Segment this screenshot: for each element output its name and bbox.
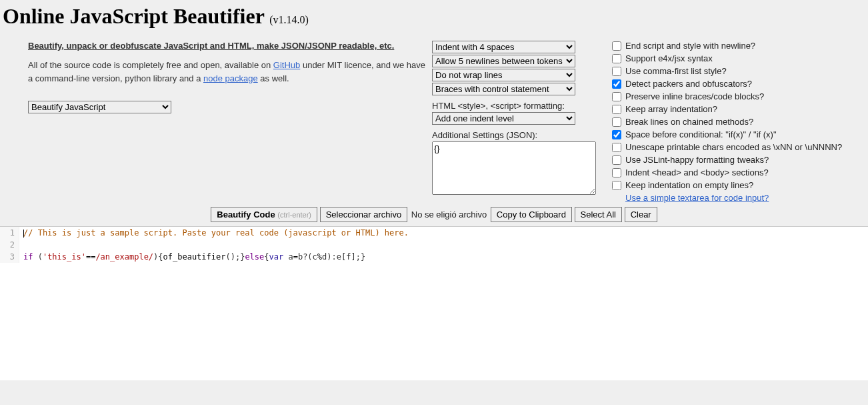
checkbox-label: Unescape printable chars encoded as \xNN… bbox=[625, 142, 842, 152]
checkbox-option[interactable]: End script and style with newline? bbox=[612, 41, 863, 51]
intro-column: Beautify, unpack or deobfuscate JavaScri… bbox=[5, 41, 432, 115]
checkbox[interactable] bbox=[612, 155, 621, 165]
braces-select[interactable]: Braces with control statement bbox=[432, 83, 575, 95]
checkbox[interactable] bbox=[612, 117, 621, 127]
file-select-button[interactable]: Seleccionar archivo bbox=[320, 207, 407, 222]
line-number: 2 bbox=[0, 239, 19, 251]
checkbox-option[interactable]: Indent <head> and <body> sections? bbox=[612, 167, 863, 177]
checkbox[interactable] bbox=[612, 143, 621, 152]
checkbox-option[interactable]: Space before conditional: "if(x)" / "if … bbox=[612, 129, 863, 139]
html-format-label: HTML <style>, <script> formatting: bbox=[432, 101, 605, 111]
button-bar: Beautify Code (ctrl-enter) Seleccionar a… bbox=[0, 203, 868, 226]
additional-settings-input[interactable] bbox=[432, 141, 596, 195]
checkbox-label: End script and style with newline? bbox=[625, 41, 755, 51]
line-number: 1 bbox=[0, 227, 19, 239]
select-all-button[interactable]: Select All bbox=[575, 207, 622, 222]
checkbox-label: Keep array indentation? bbox=[625, 104, 717, 114]
checkbox[interactable] bbox=[612, 67, 621, 76]
title-version: (v1.14.0) bbox=[269, 14, 309, 25]
beautify-button[interactable]: Beautify Code (ctrl-enter) bbox=[211, 207, 317, 222]
checkbox[interactable] bbox=[612, 130, 621, 139]
checkbox[interactable] bbox=[612, 41, 621, 51]
checkbox-label: Indent <head> and <body> sections? bbox=[625, 167, 769, 177]
checkbox-option[interactable]: Preserve inline braces/code blocks? bbox=[612, 91, 863, 101]
checkbox-label: Break lines on chained methods? bbox=[625, 117, 753, 127]
checkbox-label: Space before conditional: "if(x)" / "if … bbox=[625, 129, 777, 139]
checkbox[interactable] bbox=[612, 54, 621, 63]
checkbox-option[interactable]: Support e4x/jsx syntax bbox=[612, 53, 863, 63]
checkbox[interactable] bbox=[612, 105, 621, 114]
checkbox-option[interactable]: Use comma-first list style? bbox=[612, 66, 863, 76]
indent-select[interactable]: Indent with 4 spaces bbox=[432, 41, 575, 53]
wrap-select[interactable]: Do not wrap lines bbox=[432, 69, 575, 81]
checkbox-label: Use JSLint-happy formatting tweaks? bbox=[625, 155, 769, 165]
additional-settings-label: Additional Settings (JSON): bbox=[432, 130, 605, 140]
checkbox-option[interactable]: Use JSLint-happy formatting tweaks? bbox=[612, 155, 863, 165]
checkbox[interactable] bbox=[612, 79, 621, 89]
checkbox-option[interactable]: Detect packers and obfuscators? bbox=[612, 79, 863, 89]
checkbox-option[interactable]: Unescape printable chars encoded as \xNN… bbox=[612, 142, 863, 152]
checkbox-option[interactable]: Break lines on chained methods? bbox=[612, 117, 863, 127]
checkbox[interactable] bbox=[612, 92, 621, 101]
checkbox[interactable] bbox=[612, 181, 621, 190]
newlines-select[interactable]: Allow 5 newlines between tokens bbox=[432, 55, 575, 67]
code-editor[interactable]: 1 // This is just a sample script. Paste… bbox=[0, 226, 868, 380]
checkbox[interactable] bbox=[612, 168, 621, 177]
checkbox-column: End script and style with newline?Suppor… bbox=[605, 41, 863, 203]
checkbox-label: Keep indentation on empty lines? bbox=[625, 180, 753, 190]
page-title: Online JavaScript Beautifier (v1.14.0) bbox=[3, 4, 868, 29]
checkbox-label: Preserve inline braces/code blocks? bbox=[625, 91, 764, 101]
checkbox-label: Use comma-first list style? bbox=[625, 66, 727, 76]
subheading: Beautify, unpack or deobfuscate JavaScri… bbox=[28, 41, 432, 51]
clear-button[interactable]: Clear bbox=[625, 207, 657, 222]
code-line[interactable]: // This is just a sample script. Paste y… bbox=[19, 227, 869, 239]
file-status: No se eligió archivo bbox=[411, 210, 487, 220]
github-link[interactable]: GitHub bbox=[273, 60, 300, 70]
title-main: Online JavaScript Beautifier bbox=[3, 4, 269, 28]
mode-select[interactable]: Beautify JavaScript bbox=[28, 101, 171, 113]
copy-button[interactable]: Copy to Clipboard bbox=[491, 207, 572, 222]
code-line[interactable]: if ('this_is'==/an_example/){of_beautifi… bbox=[19, 251, 869, 263]
format-options-column: Indent with 4 spaces Allow 5 newlines be… bbox=[432, 41, 605, 197]
line-number: 3 bbox=[0, 251, 19, 263]
code-line[interactable] bbox=[19, 239, 869, 251]
html-format-select[interactable]: Add one indent level bbox=[432, 112, 575, 125]
node-package-link[interactable]: node package bbox=[203, 73, 258, 83]
options-area: Beautify, unpack or deobfuscate JavaScri… bbox=[0, 41, 868, 203]
simple-textarea-link[interactable]: Use a simple textarea for code input? bbox=[625, 193, 769, 203]
checkbox-label: Support e4x/jsx syntax bbox=[625, 53, 713, 63]
checkbox-label: Detect packers and obfuscators? bbox=[625, 79, 752, 89]
checkbox-option[interactable]: Keep indentation on empty lines? bbox=[612, 180, 863, 190]
description: All of the source code is completely fre… bbox=[28, 59, 432, 85]
checkbox-option[interactable]: Keep array indentation? bbox=[612, 104, 863, 114]
